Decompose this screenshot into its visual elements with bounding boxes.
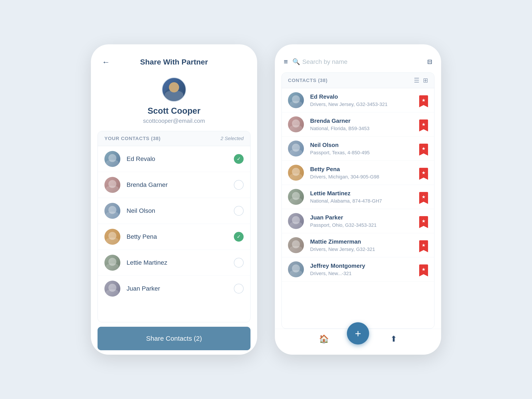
select-checkbox[interactable]: ✓: [234, 154, 244, 164]
contact-name: Lettie Martinez: [310, 190, 419, 197]
bottom-nav: 🏠 + ⬆: [275, 329, 441, 355]
select-checkbox[interactable]: [234, 284, 244, 293]
avatar: [104, 229, 120, 245]
star-icon: ★: [422, 170, 426, 175]
right-contacts-header: CONTACTS (38) ☰ ⊞: [282, 73, 434, 88]
profile-name: Scott Cooper: [148, 106, 201, 116]
avatar: [288, 140, 304, 157]
contact-info: Betty PenaDrivers, Michigan, 304-905-G98: [310, 166, 419, 180]
profile-email: scottcooper@email.com: [143, 117, 205, 124]
list-item[interactable]: Betty Pena✓: [98, 224, 250, 250]
contacts-section: YOUR CONTACTS (38) 2 Selected Ed Revalo✓…: [98, 131, 250, 322]
contacts-header: YOUR CONTACTS (38) 2 Selected: [98, 131, 250, 146]
list-item[interactable]: Brenda GarnerNational, Florida, B59-3453…: [282, 112, 434, 137]
avatar: [288, 165, 304, 181]
left-header: ← Share With Partner: [91, 44, 257, 73]
avatar: [288, 261, 304, 277]
left-phone: ← Share With Partner Scott Cooper scottc…: [91, 44, 257, 355]
bookmark-flag[interactable]: ★: [419, 120, 428, 129]
filter-icon[interactable]: ⊟: [427, 58, 432, 65]
share-icon[interactable]: ⬆: [390, 334, 397, 344]
contact-name: Juan Parker: [310, 214, 419, 221]
contact-info: Lettie MartinezNational, Alabama, 874-47…: [310, 190, 419, 204]
bookmark-flag[interactable]: ★: [419, 216, 428, 226]
search-bar[interactable]: 🔍 Search by name: [292, 58, 423, 65]
contact-name: Brenda Garner: [127, 181, 234, 188]
star-icon: ★: [422, 146, 426, 151]
bookmark-flag[interactable]: ★: [419, 265, 428, 274]
list-item[interactable]: Mattie ZimmermanDrivers, New Jersey, G32…: [282, 233, 434, 257]
contact-name: Ed Revalo: [127, 155, 234, 163]
star-icon: ★: [422, 122, 426, 127]
fab-add-button[interactable]: +: [347, 322, 369, 344]
list-item[interactable]: Betty PenaDrivers, Michigan, 304-905-G98…: [282, 161, 434, 185]
contact-detail: Drivers, New Jersey, G32-321: [310, 247, 419, 252]
contact-info: Juan ParkerPassport, Ohio, G32-3453-321: [310, 214, 419, 228]
list-item[interactable]: Jeffrey MontgomeryDrivers, New...-321★: [282, 257, 434, 282]
select-checkbox[interactable]: [234, 180, 244, 190]
right-phone: ≡ 🔍 Search by name ⊟ CONTACTS (38) ☰ ⊞ E…: [275, 44, 441, 355]
avatar: [288, 189, 304, 205]
share-contacts-button[interactable]: Share Contacts (2): [98, 327, 250, 350]
select-checkbox[interactable]: [234, 206, 244, 216]
avatar: [104, 177, 120, 193]
hamburger-icon[interactable]: ≡: [284, 58, 288, 66]
star-icon: ★: [422, 242, 426, 248]
contact-name: Neil Olson: [310, 142, 419, 149]
grid-view-icon[interactable]: ⊞: [423, 77, 428, 84]
bookmark-flag[interactable]: ★: [419, 144, 428, 153]
list-item[interactable]: Lettie MartinezNational, Alabama, 874-47…: [282, 185, 434, 209]
contact-detail: Passport, Ohio, G32-3453-321: [310, 222, 419, 228]
avatar: [104, 255, 120, 271]
list-item[interactable]: Ed RevaloDrivers, New Jersey, G32-3453-3…: [282, 88, 434, 112]
bookmark-flag[interactable]: ★: [419, 192, 428, 202]
bookmark-flag[interactable]: ★: [419, 95, 428, 105]
list-item[interactable]: Lettie Martinez: [98, 250, 250, 276]
contact-info: Mattie ZimmermanDrivers, New Jersey, G32…: [310, 238, 419, 252]
avatar: [288, 213, 304, 229]
list-item[interactable]: Neil OlsonPassport, Texas, 4-850-495★: [282, 137, 434, 161]
right-contacts-title: CONTACTS (38): [288, 78, 328, 83]
search-icon: 🔍: [292, 58, 300, 65]
contact-name: Brenda Garner: [310, 117, 419, 124]
avatar: [162, 77, 186, 102]
avatar: [288, 116, 304, 132]
list-item[interactable]: Ed Revalo✓: [98, 146, 250, 172]
list-item[interactable]: Brenda Garner: [98, 172, 250, 198]
avatar: [104, 281, 120, 297]
contact-detail: Passport, Texas, 4-850-495: [310, 150, 419, 156]
home-icon[interactable]: 🏠: [319, 334, 329, 344]
select-checkbox[interactable]: [234, 258, 244, 267]
contact-info: Ed RevaloDrivers, New Jersey, G32-3453-3…: [310, 93, 419, 107]
star-icon: ★: [422, 98, 426, 103]
select-checkbox[interactable]: ✓: [234, 232, 244, 242]
list-view-icon[interactable]: ☰: [414, 77, 419, 84]
selected-count: 2 Selected: [221, 136, 244, 141]
list-item[interactable]: Neil Olson: [98, 198, 250, 224]
list-item[interactable]: Juan Parker: [98, 276, 250, 301]
contact-name: Jeffrey Montgomery: [310, 262, 419, 269]
search-placeholder: Search by name: [302, 58, 348, 65]
contact-info: Brenda GarnerNational, Florida, B59-3453: [310, 117, 419, 132]
contact-name: Lettie Martinez: [127, 259, 234, 266]
back-button[interactable]: ←: [102, 57, 110, 67]
avatar: [104, 151, 120, 167]
avatar: [104, 203, 120, 219]
contact-info: Jeffrey MontgomeryDrivers, New...-321: [310, 262, 419, 276]
contact-name: Neil Olson: [127, 207, 234, 214]
avatar: [288, 92, 304, 108]
bookmark-flag[interactable]: ★: [419, 168, 428, 177]
profile-section: Scott Cooper scottcooper@email.com: [91, 73, 257, 131]
contact-detail: National, Alabama, 874-478-GH7: [310, 198, 419, 204]
bookmark-flag[interactable]: ★: [419, 240, 428, 250]
contact-info: Neil OlsonPassport, Texas, 4-850-495: [310, 142, 419, 156]
contact-detail: Drivers, Michigan, 304-905-G98: [310, 174, 419, 180]
contact-detail: National, Florida, B59-3453: [310, 126, 419, 132]
contacts-title: YOUR CONTACTS (38): [104, 136, 161, 141]
contact-name: Betty Pena: [127, 233, 234, 240]
view-toggles: ☰ ⊞: [414, 77, 428, 84]
list-item[interactable]: Juan ParkerPassport, Ohio, G32-3453-321★: [282, 209, 434, 233]
contact-name: Betty Pena: [310, 166, 419, 173]
contact-detail: Drivers, New Jersey, G32-3453-321: [310, 101, 419, 107]
contact-detail: Drivers, New...-321: [310, 271, 419, 276]
